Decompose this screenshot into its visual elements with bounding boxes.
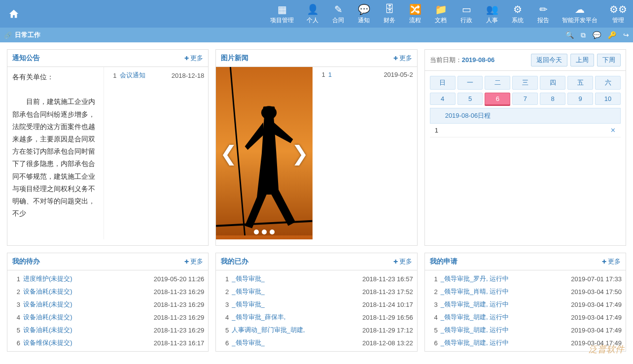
list-item: 4_领导审批_薛保丰,2018-11-29 16:56	[219, 311, 414, 324]
edit-icon: ✎	[334, 3, 343, 15]
list-item-link[interactable]: 设备油耗(未提交)	[23, 287, 154, 296]
list-item-link[interactable]: _领导审批_	[232, 300, 362, 309]
apply-panel: 我的申请 更多 1_领导审批_罗丹, 运行中2019-07-01 17:332_…	[424, 253, 626, 352]
list-item-link[interactable]: _领导审批_	[232, 338, 362, 347]
weekday-header: 四	[540, 76, 565, 90]
list-item-link[interactable]: 进度维护(未提交)	[23, 274, 154, 283]
weekday-header: 二	[485, 76, 510, 90]
list-item: 1会议通知2018-12-18	[107, 69, 206, 82]
list-item: 1_领导审批_罗丹, 运行中2019-07-01 17:33	[428, 272, 623, 285]
key-icon[interactable]: 🔑	[608, 31, 616, 39]
list-item-link[interactable]: 设备油耗(未提交)	[23, 326, 154, 334]
nav-item-报告[interactable]: ✏报告	[530, 0, 556, 28]
user-icon: 👤	[307, 3, 319, 15]
list-item-link[interactable]: 1	[328, 71, 384, 78]
apply-more-link[interactable]: 更多	[602, 257, 621, 266]
nav-item-文档[interactable]: 📁文档	[428, 0, 454, 28]
calendar-day[interactable]: 10	[595, 93, 621, 105]
notice-more-link[interactable]: 更多	[184, 54, 203, 63]
list-item-link[interactable]: _领导审批_胡建, 运行中	[441, 326, 571, 334]
notice-title: 通知公告	[12, 54, 40, 63]
list-item: 1_领导审批_2018-11-23 16:57	[219, 272, 414, 285]
carousel-dots[interactable]	[254, 230, 275, 234]
imagenews-hscroll[interactable]	[216, 239, 417, 245]
svg-rect-3	[263, 106, 275, 110]
nav-item-流程[interactable]: 🔀流程	[402, 0, 428, 28]
nav-item-个人[interactable]: 👤个人	[300, 0, 325, 28]
carousel-next-icon[interactable]: ❯	[291, 141, 309, 165]
imagenews-title: 图片新闻	[221, 54, 248, 63]
list-item-link[interactable]: _领导审批_胡建, 运行中	[441, 300, 571, 309]
nav-item-财务[interactable]: 🗄财务	[377, 0, 402, 28]
imagenews-list: 112019-05-2	[313, 67, 417, 239]
nav-item-通知[interactable]: 💬通知	[351, 0, 377, 28]
nav-item-行政[interactable]: ▭行政	[454, 0, 479, 28]
calendar-panel: 当前日期：2019-08-06 返回今天 上周 下周 日一二三四五六 45678…	[424, 49, 626, 246]
calendar-day[interactable]: 6	[485, 93, 510, 105]
gear-icon: ⚙	[513, 3, 522, 15]
weekday-header: 三	[512, 76, 538, 90]
list-item: 1进度维护(未提交)2019-05-20 11:26	[10, 272, 205, 285]
chat-icon: 💬	[358, 3, 370, 15]
list-item-link[interactable]: _领导审批_肖晴, 运行中	[441, 287, 571, 296]
home-icon[interactable]	[0, 0, 28, 28]
top-navbar: ▦项目管理👤个人✎合同💬通知🗄财务🔀流程📁文档▭行政👥人事⚙系统✏报告☁智能开发…	[0, 0, 633, 28]
calendar-next-week-button[interactable]: 下周	[597, 54, 621, 66]
list-item: 6_领导审批_2018-12-08 13:22	[219, 336, 414, 349]
nav-item-人事[interactable]: 👥人事	[479, 0, 505, 28]
db-icon: 🗄	[385, 3, 394, 15]
carousel-prev-icon[interactable]: ❮	[220, 141, 237, 165]
list-item-link[interactable]: _领导审批_胡建, 运行中	[441, 313, 571, 322]
list-item: 6_领导审批_胡建, 运行中2019-03-04 17:49	[428, 336, 623, 349]
list-item: 112019-05-2	[316, 69, 414, 80]
calendar-today-button[interactable]: 返回今天	[531, 54, 567, 66]
chat-icon[interactable]: 💬	[593, 31, 601, 39]
list-item-link[interactable]: 设备维保(未提交)	[23, 338, 154, 347]
calendar-day[interactable]: 7	[512, 93, 538, 105]
image-carousel[interactable]: ❮ ❯	[216, 67, 313, 239]
list-item: 5_领导审批_胡建, 运行中2019-03-04 17:49	[428, 324, 623, 336]
close-icon[interactable]: ✕	[610, 127, 616, 134]
logout-icon[interactable]: ↪	[623, 31, 629, 39]
copy-icon[interactable]: ⧉	[581, 31, 586, 39]
nav-item-合同[interactable]: ✎合同	[325, 0, 351, 28]
done-more-link[interactable]: 更多	[393, 257, 412, 266]
todo-more-link[interactable]: 更多	[184, 257, 203, 266]
weekday-header: 日	[430, 76, 456, 90]
pencil-icon: ✏	[539, 3, 548, 15]
search-icon[interactable]: 🔍	[565, 31, 574, 39]
list-item-link[interactable]: _领导审批_	[232, 274, 362, 283]
calendar-day[interactable]: 8	[540, 93, 565, 105]
list-item-link[interactable]: 人事调动_部门审批_胡建,	[232, 326, 362, 334]
done-panel: 我的已办 更多 1_领导审批_2018-11-23 16:572_领导审批_20…	[215, 253, 417, 352]
list-item-link[interactable]: _领导审批_	[232, 287, 362, 296]
nav-item-系统[interactable]: ⚙系统	[505, 0, 530, 28]
nav-item-智能开发平台[interactable]: ☁智能开发平台	[556, 0, 603, 28]
calendar-day[interactable]: 5	[457, 93, 483, 105]
list-item-link[interactable]: _领导审批_罗丹, 运行中	[441, 274, 571, 283]
list-item-link[interactable]: 会议通知	[120, 71, 172, 80]
done-title: 我的已办	[221, 257, 248, 266]
link-icon: 🔗	[4, 32, 12, 39]
list-item-link[interactable]: 设备油耗(未提交)	[23, 313, 154, 322]
weekday-header: 一	[457, 76, 483, 90]
calendar-day[interactable]: 9	[567, 93, 593, 105]
nav-item-管理[interactable]: ⚙⚙管理	[603, 0, 633, 28]
nav-item-项目管理[interactable]: ▦项目管理	[264, 0, 300, 28]
calendar-day[interactable]: 4	[430, 93, 456, 105]
schedule-item: 1✕	[430, 124, 621, 137]
list-item: 3_领导审批_2018-11-24 10:17	[219, 298, 414, 311]
calendar-current-date: 当前日期：2019-08-06	[430, 56, 495, 65]
calendar-prev-week-button[interactable]: 上周	[570, 54, 594, 66]
list-item-link[interactable]: 设备油耗(未提交)	[23, 300, 154, 309]
list-item: 4设备油耗(未提交)2018-11-23 16:29	[10, 311, 205, 324]
list-item-link[interactable]: _领导审批_薛保丰,	[232, 313, 362, 322]
schedule-header: 2019-08-06日程	[430, 108, 621, 124]
notice-body-text[interactable]: 各有关单位： 目前，建筑施工企业内部承包合同纠纷逐步增多，法院受理的这方面案件也…	[7, 67, 104, 239]
list-item-link[interactable]: _领导审批_胡建, 运行中	[441, 338, 571, 347]
users-icon: 👥	[486, 3, 498, 15]
window-icon: ▭	[462, 3, 471, 15]
weekday-header: 五	[567, 76, 593, 90]
notice-hscroll[interactable]	[7, 239, 208, 245]
imagenews-more-link[interactable]: 更多	[393, 54, 412, 63]
